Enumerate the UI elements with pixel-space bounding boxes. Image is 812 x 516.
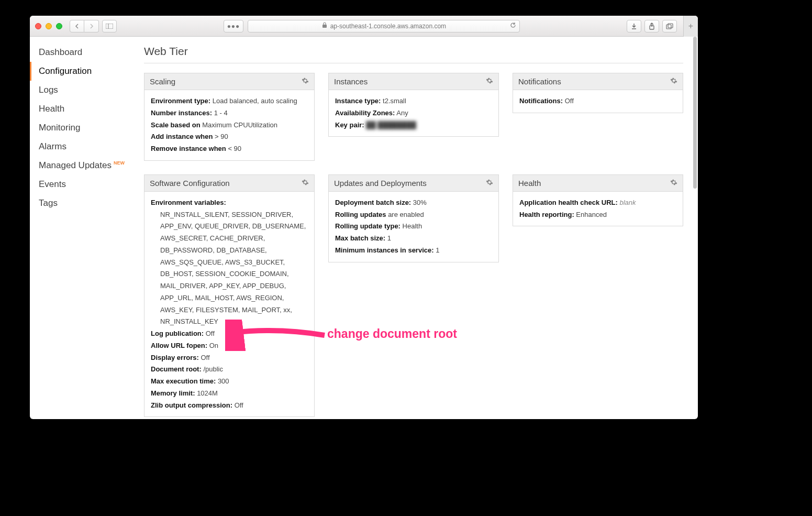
label: Availability Zones:: [335, 109, 395, 117]
label: Max execution time:: [151, 377, 216, 385]
label: Scale based on: [151, 121, 201, 129]
sidebar-item-label: Alarms: [39, 141, 66, 152]
label: Rolling update type:: [335, 222, 401, 230]
sidebar-item-label: Tags: [39, 198, 58, 208]
value: are enabled: [388, 211, 424, 218]
minimize-window-button[interactable]: [46, 23, 52, 29]
label: Log publication:: [151, 330, 204, 337]
reader-button[interactable]: ●●●: [224, 20, 244, 32]
value: Off: [206, 330, 215, 337]
forward-button[interactable]: [84, 20, 99, 32]
gear-icon[interactable]: [670, 77, 677, 86]
label: Key pair:: [335, 121, 364, 129]
main-panel: Web Tier Scaling Environment type: Load …: [135, 37, 698, 419]
card-body: Environment type: Load balanced, auto sc…: [144, 90, 314, 160]
svg-rect-5: [666, 25, 671, 29]
value: 1: [436, 246, 439, 254]
toolbar-right: [627, 20, 677, 32]
card-health: Health Application health check URL: bla…: [513, 174, 683, 227]
gear-icon[interactable]: [302, 179, 309, 188]
address-bar-area: ●●● ap-southeast-1.console.aws.amazon.co…: [126, 20, 617, 32]
share-button[interactable]: [644, 20, 659, 32]
scrollbar-thumb[interactable]: [693, 37, 697, 189]
address-bar[interactable]: ap-southeast-1.console.aws.amazon.com: [248, 20, 520, 32]
card-grid: Scaling Environment type: Load balanced,…: [144, 73, 683, 419]
label: Zlib output compression:: [151, 401, 232, 409]
value: t2.small: [383, 97, 406, 105]
close-window-button[interactable]: [35, 23, 41, 29]
new-badge: NEW: [114, 160, 125, 166]
label: Display errors:: [151, 354, 199, 361]
label: Minimum instances in service:: [335, 246, 434, 254]
card-instances: Instances Instance type: t2.small Availa…: [328, 73, 499, 137]
nav-buttons: [70, 20, 99, 32]
value: Off: [565, 97, 574, 105]
sidebar-item-label: Events: [39, 179, 66, 190]
sidebar-item-health[interactable]: Health: [30, 100, 135, 118]
card-body: Instance type: t2.small Availability Zon…: [329, 90, 498, 136]
label: Environment variables:: [151, 199, 226, 206]
card-title: Scaling: [150, 77, 175, 86]
sidebar-item-alarms[interactable]: Alarms: [30, 137, 135, 156]
value: Maximum CPUUtilization: [202, 121, 277, 129]
download-button[interactable]: [627, 20, 641, 32]
browser-window: ●●● ap-southeast-1.console.aws.amazon.co…: [30, 16, 698, 419]
label: Memory limit:: [151, 389, 195, 397]
card-body: Notifications: Off: [513, 90, 683, 113]
sidebar-item-tags[interactable]: Tags: [30, 194, 135, 213]
new-tab-button[interactable]: +: [683, 16, 698, 37]
label: Allow URL fopen:: [151, 342, 207, 349]
value: 30%: [413, 199, 427, 206]
sidebar-item-label: Configuration: [39, 66, 92, 76]
sidebar-toggle-button[interactable]: [102, 20, 117, 32]
page-title: Web Tier: [144, 42, 683, 63]
sidebar-item-dashboard[interactable]: Dashboard: [30, 43, 135, 62]
sidebar-item-label: Managed Updates: [39, 160, 112, 171]
label: Rolling updates: [335, 211, 386, 218]
sidebar-item-managed-updates[interactable]: Managed UpdatesNEW: [30, 156, 135, 175]
value: Off: [235, 401, 243, 409]
value: 300: [218, 377, 229, 385]
card-title: Updates and Deployments: [334, 179, 427, 188]
label: Environment type:: [151, 97, 210, 105]
sidebar-item-events[interactable]: Events: [30, 175, 135, 194]
label: Instance type:: [335, 97, 381, 105]
sidebar-item-label: Health: [39, 104, 64, 114]
maximize-window-button[interactable]: [56, 23, 62, 29]
sidebar: Dashboard Configuration Logs Health Moni…: [30, 37, 135, 419]
sidebar-item-monitoring[interactable]: Monitoring: [30, 118, 135, 137]
gear-icon[interactable]: [670, 179, 677, 188]
browser-titlebar: ●●● ap-southeast-1.console.aws.amazon.co…: [30, 16, 698, 37]
page-content: Dashboard Configuration Logs Health Moni…: [30, 37, 698, 419]
gear-icon[interactable]: [302, 77, 309, 86]
svg-rect-2: [322, 25, 327, 28]
card-body: Environment variables: NR_INSTALL_SILENT…: [144, 192, 314, 417]
label: Number instances:: [151, 109, 212, 117]
sidebar-item-label: Dashboard: [39, 47, 82, 58]
back-button[interactable]: [70, 20, 84, 32]
card-title: Notifications: [518, 77, 561, 86]
value: < 90: [228, 145, 241, 152]
card-scaling: Scaling Environment type: Load balanced,…: [144, 73, 315, 161]
card-header: Updates and Deployments: [329, 175, 498, 192]
label: Deployment batch size:: [335, 199, 411, 206]
tabs-button[interactable]: [662, 20, 677, 32]
sidebar-item-logs[interactable]: Logs: [30, 81, 135, 100]
gear-icon[interactable]: [486, 179, 493, 188]
window-controls: [35, 23, 62, 29]
annotation-label: change document root: [327, 327, 457, 341]
card-header: Health: [513, 175, 683, 192]
card-header: Notifications: [513, 73, 683, 90]
value: blank: [619, 199, 636, 206]
reload-icon[interactable]: [510, 22, 516, 30]
card-software-configuration: Software Configuration Environment varia…: [144, 174, 315, 418]
value-document-root: /public: [203, 365, 223, 373]
label: Application health check URL:: [519, 199, 618, 206]
gear-icon[interactable]: [486, 77, 493, 86]
svg-rect-6: [668, 24, 673, 28]
sidebar-item-configuration[interactable]: Configuration: [30, 62, 135, 81]
value: 1 - 4: [214, 109, 228, 117]
value: Off: [201, 354, 209, 361]
scrollbar[interactable]: [693, 37, 697, 419]
sidebar-item-label: Monitoring: [39, 123, 80, 133]
